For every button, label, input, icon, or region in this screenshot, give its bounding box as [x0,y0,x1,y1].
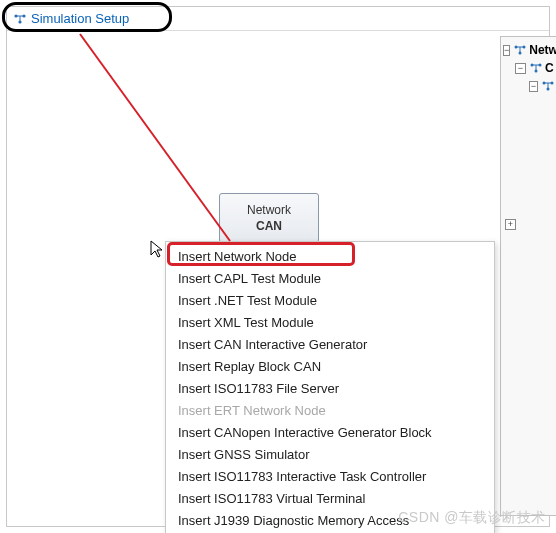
tree-toggle-root[interactable]: − [503,45,510,56]
menu-insert-net-test-module[interactable]: Insert .NET Test Module [168,289,492,311]
network-icon [541,80,555,92]
tree-expand-more[interactable]: + [501,215,556,233]
context-menu: Insert Network Node Insert CAPL Test Mod… [165,241,495,533]
cursor-icon [150,240,166,260]
tree-child-1[interactable]: − C [501,59,556,77]
network-icon [513,44,527,56]
tree-root[interactable]: − Netw [501,41,556,59]
network-block-type: CAN [256,219,282,233]
menu-insert-ert-network-node: Insert ERT Network Node [168,399,492,421]
menu-insert-can-interactive-generator[interactable]: Insert CAN Interactive Generator [168,333,492,355]
network-icon [529,62,543,74]
tree-panel: − Netw − C − [500,36,556,516]
menu-insert-iso11783-interactive-task-controller[interactable]: Insert ISO11783 Interactive Task Control… [168,465,492,487]
menu-insert-iso11783-file-server[interactable]: Insert ISO11783 File Server [168,377,492,399]
menu-insert-capl-test-module[interactable]: Insert CAPL Test Module [168,267,492,289]
tree-toggle-plus[interactable]: + [505,219,516,230]
tree-root-label: Netw [529,43,556,57]
window-title: Simulation Setup [31,11,129,26]
tree-toggle-child[interactable]: − [515,63,526,74]
simulation-setup-icon [13,12,27,26]
menu-insert-canopen-interactive-generator-block[interactable]: Insert CANopen Interactive Generator Blo… [168,421,492,443]
menu-insert-iso11783-virtual-terminal[interactable]: Insert ISO11783 Virtual Terminal [168,487,492,509]
title-bar: Simulation Setup [7,7,549,31]
menu-insert-replay-block-can[interactable]: Insert Replay Block CAN [168,355,492,377]
menu-insert-xml-test-module[interactable]: Insert XML Test Module [168,311,492,333]
menu-insert-network-node[interactable]: Insert Network Node [168,245,492,267]
network-block-title: Network [247,203,291,217]
watermark: CSDN @车载诊断技术 [398,509,546,527]
menu-insert-gnss-simulator[interactable]: Insert GNSS Simulator [168,443,492,465]
tree-toggle-leaf[interactable]: − [529,81,538,92]
tree-child-label: C [545,61,554,75]
tree-child-2[interactable]: − [501,77,556,95]
network-block[interactable]: Network CAN [219,193,319,243]
